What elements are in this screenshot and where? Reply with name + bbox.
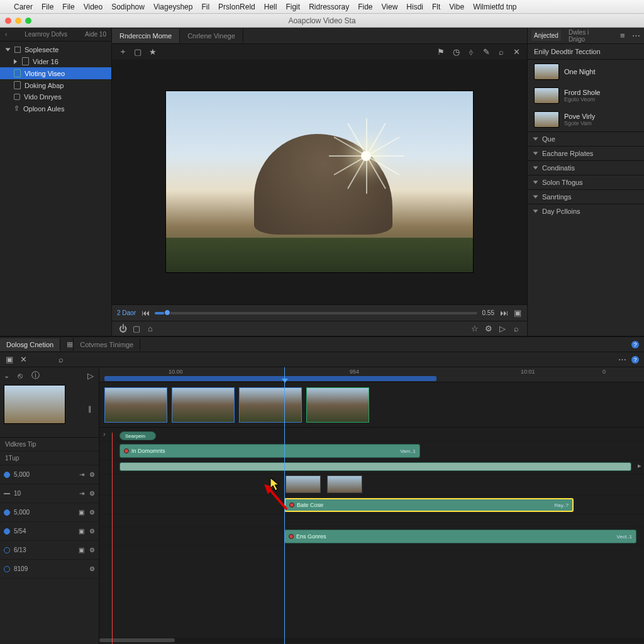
timeline-clip[interactable]: Ens Gonres Vect..1 <box>284 530 636 543</box>
search-icon[interactable]: ⌕ <box>497 47 506 56</box>
source-thumb[interactable] <box>4 385 65 424</box>
menu-item[interactable]: Wilmietfd tnp <box>473 3 516 11</box>
home-icon[interactable]: ⌂ <box>146 325 155 333</box>
chevron-right-icon[interactable]: › <box>103 430 106 438</box>
marker-icon[interactable]: ⎀ <box>467 47 475 56</box>
record-icon[interactable] <box>4 547 10 553</box>
disclosure-icon[interactable] <box>6 48 11 52</box>
inspector-tab[interactable]: Anjected <box>531 30 561 41</box>
menu-item[interactable]: Fide <box>358 3 372 11</box>
menu-item[interactable]: View <box>382 3 398 11</box>
record-icon[interactable] <box>4 528 10 535</box>
list-icon[interactable]: ≡ <box>618 31 627 40</box>
track-header[interactable]: 5/54▣⚙ <box>0 522 99 541</box>
chevron-down-icon[interactable]: ⌄ <box>4 372 9 380</box>
search-icon[interactable]: ⌕ <box>57 355 65 364</box>
star-icon[interactable]: ★ <box>148 47 157 56</box>
menu-item[interactable]: PrslonReld <box>218 3 255 11</box>
track-header[interactable]: 8109⚙ <box>0 560 99 579</box>
lock-icon[interactable]: ⇥ <box>79 490 84 497</box>
gear-icon[interactable]: ⚙ <box>89 471 95 478</box>
track-header[interactable]: 6/13▣⚙ <box>0 541 99 560</box>
project-item-selected[interactable]: Vloting Viseo <box>0 67 111 79</box>
inspector-section[interactable]: Eachare Rplates <box>528 146 644 160</box>
power-icon[interactable]: ⏻ <box>118 325 127 333</box>
menu-item[interactable]: Viageyshep <box>153 3 193 11</box>
cam-icon[interactable]: ▣ <box>79 528 84 535</box>
menu-item[interactable]: Video <box>84 3 103 11</box>
menu-item[interactable]: Hell <box>264 3 277 11</box>
menu-item[interactable]: File <box>42 3 53 11</box>
timeline-tab[interactable]: Cotvmes Tinimge <box>74 338 140 351</box>
panels-icon[interactable]: ▢ <box>133 47 142 56</box>
preview-canvas[interactable] <box>112 59 527 304</box>
star-icon[interactable]: ☆ <box>470 325 479 333</box>
timeline-clip[interactable] <box>119 462 631 471</box>
settings-icon[interactable]: ⚙ <box>484 325 493 333</box>
inspector-section[interactable]: Solon Tfogus <box>528 175 644 189</box>
inspector-section[interactable]: Que <box>528 131 644 146</box>
timeline-tab[interactable]: Dolosg Cnetion <box>0 338 60 351</box>
pencil-icon[interactable]: ✎ <box>482 47 491 56</box>
timeline-clip[interactable]: In Domomnts Vam..1 <box>119 444 420 458</box>
inspector-section[interactable]: Condinatis <box>528 160 644 175</box>
project-item[interactable]: Doking Abap <box>0 79 111 91</box>
link-icon[interactable]: ⎋ <box>16 371 25 380</box>
preset-item[interactable]: Frord SholeEgoto Veom <box>528 84 644 108</box>
clip-thumb[interactable] <box>172 387 235 423</box>
more-icon[interactable]: ⋯ <box>618 355 626 364</box>
flag-icon[interactable]: ⚑ <box>436 47 445 56</box>
inspector-section[interactable]: Sanrtings <box>528 189 644 204</box>
more-icon[interactable]: ⋯ <box>631 31 640 40</box>
timeline-scrollbar[interactable] <box>99 638 644 643</box>
menu-item[interactable]: Figit <box>286 3 300 11</box>
menu-item[interactable]: Sodiphow <box>111 3 145 11</box>
preset-item[interactable]: Pove VirlySgote Vam <box>528 108 644 131</box>
track-header[interactable]: 5,000⇥⚙ <box>0 465 99 484</box>
add-icon[interactable]: ＋ <box>118 47 127 56</box>
preset-item[interactable]: One Night <box>528 60 644 84</box>
gear-icon[interactable]: ⚙ <box>89 490 95 497</box>
record-icon[interactable] <box>4 472 10 478</box>
lock-icon[interactable]: ⇥ <box>79 471 84 478</box>
play-icon[interactable]: ▷ <box>86 371 95 380</box>
project-item[interactable]: ⇧ Oploon Aules <box>0 103 111 114</box>
next-icon[interactable]: ⏭ <box>499 309 508 318</box>
menu-item[interactable]: Carer <box>14 3 33 11</box>
record-icon[interactable] <box>4 509 10 516</box>
clip-thumb[interactable] <box>104 387 167 423</box>
clip-thumb[interactable] <box>327 475 362 493</box>
viewer-tab[interactable]: Cnrlene Vinege <box>180 29 243 43</box>
info-icon[interactable]: ⓘ <box>31 371 40 380</box>
menu-item[interactable]: Ridressoray <box>309 3 349 11</box>
time-ruler[interactable]: 10.00 954 10:01 0 <box>99 367 644 382</box>
back-icon[interactable]: ‹ <box>5 31 7 38</box>
help-icon[interactable]: ? <box>631 356 639 364</box>
timeline-clip-selected[interactable]: Bate Cose Ray..? <box>284 498 574 512</box>
info-icon[interactable]: ? <box>631 341 639 348</box>
project-item[interactable]: Vido Dnryes <box>0 91 111 103</box>
gear-icon[interactable]: ⚙ <box>89 565 95 572</box>
in-point-marker[interactable] <box>112 433 113 644</box>
clip-badge[interactable]: Searpein <box>119 431 156 440</box>
close-icon[interactable]: ✕ <box>19 355 28 364</box>
search-icon[interactable]: ⌕ <box>512 325 521 333</box>
scrubber[interactable] <box>155 312 477 314</box>
pause-icon[interactable]: ∥ <box>88 405 92 413</box>
clip-thumb[interactable] <box>306 387 369 423</box>
cam-icon[interactable]: ▣ <box>79 547 84 553</box>
record-icon[interactable] <box>4 566 10 572</box>
menu-item[interactable]: Fil <box>201 3 209 11</box>
timeline-tab-icon[interactable]: ▦ <box>60 338 74 351</box>
cam-icon[interactable]: ▣ <box>79 509 84 516</box>
monitor-icon[interactable]: ▢ <box>132 325 141 333</box>
gear-icon[interactable]: ⚙ <box>89 509 95 516</box>
camera-icon[interactable]: ▣ <box>5 355 14 364</box>
project-root[interactable]: Soplesecte <box>0 44 111 55</box>
menu-item[interactable]: Flt <box>432 3 440 11</box>
play-icon[interactable]: ▷ <box>498 325 507 333</box>
gear-icon[interactable]: ⚙ <box>89 547 95 553</box>
gear-icon[interactable]: ⚙ <box>89 528 95 535</box>
project-item[interactable]: Vider 16 <box>0 55 111 67</box>
track-header[interactable]: 5,000▣⚙ <box>0 503 99 522</box>
